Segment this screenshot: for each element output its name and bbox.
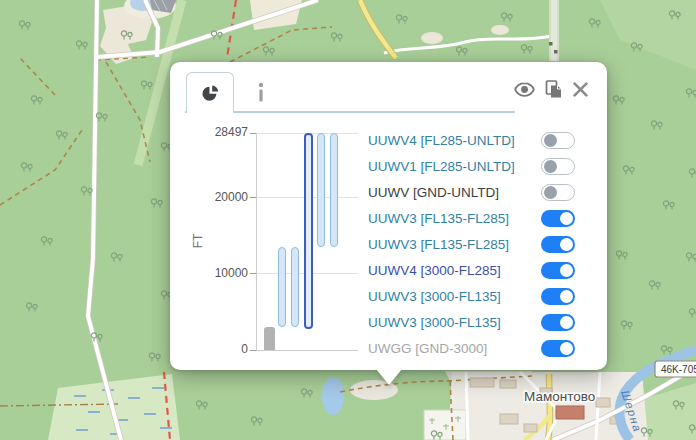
airspace-toggle[interactable]	[541, 184, 575, 201]
chart-y-axis-label: FT	[191, 221, 205, 261]
altitude-bar[interactable]	[264, 327, 275, 350]
toggle-knob	[560, 290, 573, 303]
airspace-row: UUWV4 [3000-FL285]	[368, 257, 575, 283]
toggle-knob	[560, 238, 573, 251]
airspace-toggle[interactable]	[541, 158, 575, 175]
close-icon[interactable]	[573, 82, 588, 97]
map-stage: Мамонтово Шерна 46K-705	[0, 0, 696, 440]
airspace-popup: FT 0100002000028497 UUWV4 [FL285-UNLTD] …	[170, 62, 607, 370]
airspace-label: UUWV3 [FL135-FL285]	[368, 237, 509, 252]
airspace-label: UUWV [GND-UNLTD]	[368, 185, 499, 200]
airspace-label: UWGG [GND-3000]	[368, 341, 487, 356]
pond	[322, 377, 344, 415]
airspace-row: UUWV3 [3000-FL135]	[368, 283, 575, 309]
cemetery-area	[424, 410, 466, 440]
toggle-knob	[544, 160, 557, 173]
road-sign-label: 46K-705	[661, 364, 696, 375]
altitude-bar[interactable]	[278, 247, 286, 327]
airspace-row: UWGG [GND-3000]	[368, 335, 575, 361]
airspace-toggle[interactable]	[541, 288, 575, 305]
altitude-bar[interactable]	[291, 247, 299, 327]
airspace-label: UUWV3 [3000-FL135]	[368, 315, 501, 330]
village-label: Мамонтово	[524, 389, 595, 404]
airspace-label: UUWV3 [3000-FL135]	[368, 289, 501, 304]
popup-actions	[514, 80, 588, 99]
clearing-patch	[491, 25, 509, 35]
airspace-row: UUWV3 [FL135-FL285]	[368, 205, 575, 231]
road-sign: 46K-705	[655, 361, 696, 377]
airspace-toggle[interactable]	[541, 132, 575, 149]
tab-info[interactable]	[244, 77, 278, 107]
chart-tick-label: 10000	[190, 266, 248, 280]
airspace-row: UUWV [GND-UNLTD]	[368, 179, 575, 205]
toggle-knob	[560, 212, 573, 225]
airspace-toggle[interactable]	[541, 236, 575, 253]
popup-anchor-pointer	[376, 369, 402, 385]
building-red	[556, 406, 584, 419]
airspace-row: UUWV1 [FL285-UNLTD]	[368, 153, 575, 179]
chart-tick-label: 20000	[190, 190, 248, 204]
chart-tick-label: 28497	[190, 125, 248, 139]
pie-chart-icon	[201, 84, 220, 103]
info-icon	[257, 82, 265, 102]
airspace-list: UUWV4 [FL285-UNLTD] UUWV1 [FL285-UNLTD] …	[368, 127, 575, 361]
clearing-patch	[421, 32, 443, 44]
copy-icon[interactable]	[545, 80, 563, 99]
airspace-toggle[interactable]	[541, 262, 575, 279]
toggle-knob	[544, 186, 557, 199]
airspace-row: UUWV3 [3000-FL135]	[368, 309, 575, 335]
toggle-knob	[544, 134, 557, 147]
altitude-bar[interactable]	[304, 133, 313, 329]
chart-tick-label: 0	[190, 342, 248, 356]
airspace-toggle[interactable]	[541, 340, 575, 357]
airspace-row: UUWV4 [FL285-UNLTD]	[368, 127, 575, 153]
altitude-bar[interactable]	[330, 133, 338, 247]
visibility-icon[interactable]	[514, 82, 535, 97]
tab-chart[interactable]	[186, 72, 234, 113]
toggle-knob	[560, 342, 573, 355]
airspace-toggle[interactable]	[541, 314, 575, 331]
airspace-label: UUWV4 [3000-FL285]	[368, 263, 501, 278]
airspace-label: UUWV3 [FL135-FL285]	[368, 211, 509, 226]
toggle-knob	[560, 264, 573, 277]
power-line	[549, 0, 558, 61]
airspace-label: UUWV4 [FL285-UNLTD]	[368, 133, 515, 148]
altitude-bar[interactable]	[317, 133, 325, 247]
airspace-toggle[interactable]	[541, 210, 575, 227]
airspace-row: UUWV3 [FL135-FL285]	[368, 231, 575, 257]
toggle-knob	[560, 316, 573, 329]
tab-underline	[185, 111, 515, 113]
airspace-label: UUWV1 [FL285-UNLTD]	[368, 159, 515, 174]
